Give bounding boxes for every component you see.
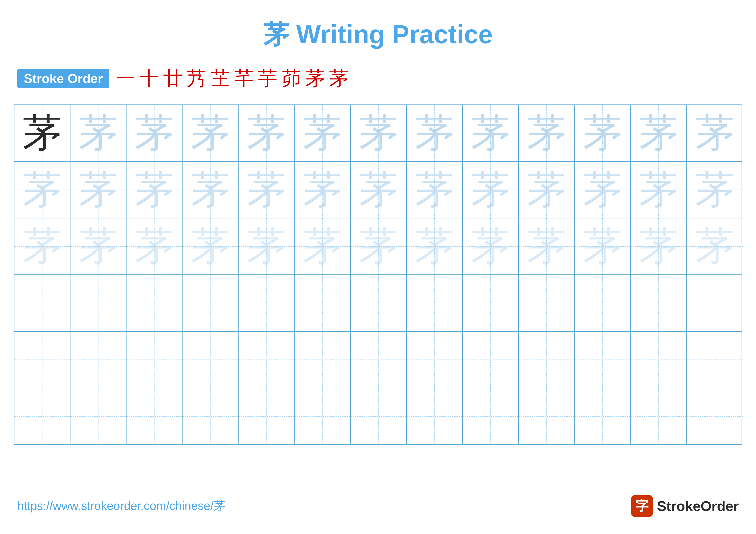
grid-cell[interactable] xyxy=(182,388,239,445)
grid-cell[interactable]: 茅 xyxy=(239,105,295,161)
grid-cell[interactable] xyxy=(407,332,463,388)
practice-char-ghost: 茅 xyxy=(695,170,734,209)
grid-cell[interactable] xyxy=(687,388,743,445)
stroke-order-section: Stroke Order 一 十 廿 艿 芏 芊 芋 茆 茅 茅 xyxy=(17,65,348,91)
grid-cell[interactable] xyxy=(239,388,295,445)
practice-char-ghost: 茅 xyxy=(527,227,566,266)
grid-cell[interactable] xyxy=(351,388,407,445)
grid-cell[interactable] xyxy=(295,388,351,445)
practice-char-ghost: 茅 xyxy=(303,170,342,209)
grid-cell[interactable] xyxy=(407,388,463,445)
grid-cell[interactable] xyxy=(463,388,519,445)
stroke-char-6: 芊 xyxy=(234,65,254,91)
grid-cell[interactable]: 茅 xyxy=(631,105,687,161)
grid-cell[interactable]: 茅 xyxy=(239,218,295,274)
grid-cell[interactable]: 茅 xyxy=(126,162,182,218)
grid-cell[interactable] xyxy=(687,332,743,388)
grid-cell[interactable]: 茅 xyxy=(631,218,687,274)
grid-cell[interactable] xyxy=(126,275,182,331)
grid-cell[interactable] xyxy=(575,332,631,388)
grid-cell[interactable]: 茅 xyxy=(519,218,575,274)
grid-cell[interactable] xyxy=(519,388,575,445)
grid-cell[interactable]: 茅 xyxy=(351,218,407,274)
grid-cell[interactable] xyxy=(126,332,182,388)
grid-cell[interactable]: 茅 xyxy=(463,105,519,161)
practice-char-ghost: 茅 xyxy=(303,227,342,266)
grid-cell[interactable]: 茅 xyxy=(519,162,575,218)
grid-cell[interactable]: 茅 xyxy=(182,218,239,274)
grid-cell[interactable] xyxy=(407,275,463,331)
practice-char-ghost: 茅 xyxy=(191,227,230,266)
grid-row-5 xyxy=(14,332,742,388)
grid-cell[interactable]: 茅 xyxy=(295,162,351,218)
grid-cell[interactable] xyxy=(239,275,295,331)
grid-cell[interactable]: 茅 xyxy=(407,105,463,161)
grid-cell[interactable]: 茅 xyxy=(70,162,126,218)
practice-char-solid: 茅 xyxy=(23,114,62,153)
grid-cell[interactable]: 茅 xyxy=(687,105,743,161)
grid-cell[interactable] xyxy=(70,388,126,445)
grid-cell[interactable]: 茅 xyxy=(239,162,295,218)
grid-cell[interactable] xyxy=(687,275,743,331)
practice-char-ghost: 茅 xyxy=(471,170,510,209)
grid-cell[interactable] xyxy=(14,388,70,445)
stroke-char-4: 艿 xyxy=(187,65,206,91)
grid-cell[interactable]: 茅 xyxy=(126,218,182,274)
grid-cell[interactable] xyxy=(182,275,239,331)
grid-cell[interactable]: 茅 xyxy=(407,162,463,218)
grid-cell[interactable]: 茅 xyxy=(631,162,687,218)
grid-cell[interactable]: 茅 xyxy=(575,218,631,274)
grid-cell[interactable] xyxy=(70,332,126,388)
grid-cell[interactable]: 茅 xyxy=(687,162,743,218)
grid-cell[interactable] xyxy=(575,388,631,445)
grid-cell[interactable]: 茅 xyxy=(14,162,70,218)
practice-char-ghost: 茅 xyxy=(191,114,230,153)
grid-cell[interactable]: 茅 xyxy=(182,105,239,161)
grid-cell[interactable] xyxy=(351,332,407,388)
grid-cell[interactable] xyxy=(14,275,70,331)
grid-row-1: 茅 茅 茅 茅 茅 茅 茅 xyxy=(14,105,742,162)
practice-char-ghost: 茅 xyxy=(527,170,566,209)
page: 茅 Writing Practice Stroke Order 一 十 廿 艿 … xyxy=(0,0,756,534)
grid-cell[interactable] xyxy=(295,332,351,388)
grid-cell[interactable]: 茅 xyxy=(351,162,407,218)
grid-cell[interactable]: 茅 xyxy=(575,162,631,218)
grid-cell[interactable] xyxy=(519,332,575,388)
grid-cell[interactable]: 茅 xyxy=(14,105,70,161)
grid-cell[interactable]: 茅 xyxy=(687,218,743,274)
grid-cell[interactable]: 茅 xyxy=(575,105,631,161)
practice-char-ghost: 茅 xyxy=(135,114,174,153)
grid-cell[interactable]: 茅 xyxy=(295,218,351,274)
stroke-char-10: 茅 xyxy=(329,65,348,91)
grid-cell[interactable] xyxy=(14,332,70,388)
practice-char-ghost: 茅 xyxy=(359,227,398,266)
grid-cell[interactable] xyxy=(126,388,182,445)
grid-cell[interactable]: 茅 xyxy=(182,162,239,218)
stroke-order-chars: 一 十 廿 艿 芏 芊 芋 茆 茅 茅 xyxy=(116,65,348,91)
grid-cell[interactable]: 茅 xyxy=(463,218,519,274)
grid-cell[interactable]: 茅 xyxy=(70,218,126,274)
grid-cell[interactable] xyxy=(463,275,519,331)
practice-char-ghost: 茅 xyxy=(415,114,454,153)
grid-cell[interactable] xyxy=(463,332,519,388)
grid-cell[interactable]: 茅 xyxy=(519,105,575,161)
grid-cell[interactable] xyxy=(351,275,407,331)
grid-cell[interactable] xyxy=(182,332,239,388)
grid-cell[interactable] xyxy=(631,275,687,331)
grid-cell[interactable]: 茅 xyxy=(70,105,126,161)
grid-cell[interactable] xyxy=(295,275,351,331)
grid-cell[interactable]: 茅 xyxy=(126,105,182,161)
grid-cell[interactable] xyxy=(519,275,575,331)
grid-cell[interactable] xyxy=(631,332,687,388)
grid-cell[interactable]: 茅 xyxy=(351,105,407,161)
grid-cell[interactable] xyxy=(631,388,687,445)
grid-cell[interactable] xyxy=(70,275,126,331)
practice-char-ghost: 茅 xyxy=(191,170,230,209)
grid-cell[interactable] xyxy=(575,275,631,331)
grid-cell[interactable]: 茅 xyxy=(295,105,351,161)
grid-cell[interactable] xyxy=(239,332,295,388)
grid-cell[interactable]: 茅 xyxy=(14,218,70,274)
grid-cell[interactable]: 茅 xyxy=(463,162,519,218)
grid-cell[interactable]: 茅 xyxy=(407,218,463,274)
grid-row-4 xyxy=(14,275,742,332)
